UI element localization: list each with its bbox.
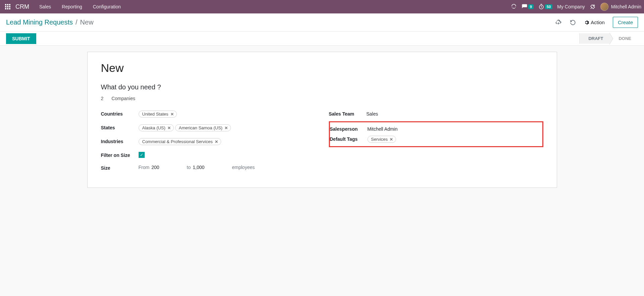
status-step-done[interactable]: DONE: [610, 33, 638, 44]
filter-size-checkbox[interactable]: ✓: [139, 152, 145, 158]
form-sheet: New What do you need ? 2 Companies Count…: [87, 52, 557, 188]
field-sales-team: Sales Team Sales: [329, 107, 543, 120]
size-to-value[interactable]: 1,000: [193, 165, 204, 170]
gear-icon: [584, 20, 589, 25]
tag-industry-0: Commercial & Professional Services ✕: [139, 138, 221, 145]
salesperson-value[interactable]: Mitchell Admin: [367, 126, 539, 132]
status-step-draft[interactable]: DRAFT: [579, 33, 610, 44]
sales-team-label: Sales Team: [329, 111, 366, 117]
discuss-icon[interactable]: 9: [522, 4, 534, 10]
company-switcher[interactable]: My Company: [557, 4, 585, 9]
size-label: Size: [101, 165, 139, 171]
cloud-save-icon[interactable]: [555, 19, 562, 26]
count-value: 2: [101, 96, 104, 101]
field-salesperson: Salesperson Mitchell Admin: [330, 124, 539, 134]
remove-tag-icon[interactable]: ✕: [170, 112, 174, 117]
form-left-column: Countries United States ✕ States Alaska …: [101, 107, 315, 174]
nav-reporting[interactable]: Reporting: [57, 4, 87, 9]
discuss-badge: 9: [528, 4, 534, 9]
sales-team-value[interactable]: Sales: [366, 111, 543, 117]
highlight-annotation: Salesperson Mitchell Admin Default Tags …: [329, 121, 543, 147]
debug-tools-icon[interactable]: [590, 4, 596, 10]
tag-state-0: Alaska (US) ✕: [139, 124, 174, 131]
tag-state-1: American Samoa (US) ✕: [175, 124, 231, 131]
states-value[interactable]: Alaska (US) ✕ American Samoa (US) ✕: [139, 124, 315, 131]
tag-default-0: Services ✕: [367, 136, 396, 143]
countries-label: Countries: [101, 111, 139, 117]
field-states: States Alaska (US) ✕ American Samoa (US)…: [101, 121, 315, 135]
user-menu[interactable]: Mitchell Admin: [600, 3, 641, 11]
industries-label: Industries: [101, 138, 139, 144]
count-label: Companies: [111, 96, 135, 101]
field-size: Size From 200 to 1,000 employees: [101, 161, 315, 174]
action-label: Action: [591, 19, 605, 25]
section-title: What do you need ?: [101, 83, 543, 91]
remove-tag-icon[interactable]: ✕: [390, 137, 393, 142]
size-from-value[interactable]: 200: [151, 165, 159, 170]
timer-badge: 50: [545, 4, 552, 9]
status-row: SUBMIT DRAFT DONE: [0, 32, 644, 46]
breadcrumb-root[interactable]: Lead Mining Requests: [6, 18, 73, 26]
phone-icon[interactable]: [511, 4, 517, 10]
nav-configuration[interactable]: Configuration: [88, 4, 126, 9]
filter-size-label: Filter on Size: [101, 152, 139, 158]
user-name: Mitchell Admin: [611, 4, 641, 9]
states-label: States: [101, 124, 139, 130]
remove-tag-icon[interactable]: ✕: [215, 139, 218, 144]
form-right-column: Sales Team Sales Salesperson Mitchell Ad…: [329, 107, 543, 174]
action-dropdown[interactable]: Action: [584, 19, 605, 25]
nav-sales[interactable]: Sales: [35, 4, 56, 9]
top-navbar: CRM Sales Reporting Configuration 9 50 M…: [0, 0, 644, 13]
size-unit: employees: [232, 165, 255, 170]
size-to-pre: to: [187, 165, 191, 170]
field-default-tags: Default Tags Services ✕: [330, 134, 539, 145]
user-avatar: [600, 3, 608, 11]
default-tags-value[interactable]: Services ✕: [367, 136, 539, 143]
breadcrumb-sep: /: [76, 18, 78, 26]
remove-tag-icon[interactable]: ✕: [167, 126, 171, 130]
field-industries: Industries Commercial & Professional Ser…: [101, 135, 315, 149]
submit-button[interactable]: SUBMIT: [6, 33, 36, 44]
breadcrumb-current: New: [80, 18, 94, 26]
count-line: 2 Companies: [101, 96, 543, 101]
default-tags-label: Default Tags: [330, 136, 367, 142]
record-title: New: [101, 61, 543, 75]
field-filter-size: Filter on Size ✓: [101, 149, 315, 161]
timer-icon[interactable]: 50: [538, 4, 552, 10]
remove-tag-icon[interactable]: ✕: [225, 126, 228, 130]
size-from-pre: From: [139, 165, 150, 170]
field-countries: Countries United States ✕: [101, 107, 315, 121]
countries-value[interactable]: United States ✕: [139, 111, 315, 118]
control-bar: Lead Mining Requests / New Action Create: [0, 13, 644, 32]
salesperson-label: Salesperson: [330, 126, 367, 132]
breadcrumb: Lead Mining Requests / New: [6, 18, 94, 26]
industries-value[interactable]: Commercial & Professional Services ✕: [139, 138, 315, 145]
create-button[interactable]: Create: [613, 17, 638, 28]
app-brand[interactable]: CRM: [15, 3, 29, 10]
status-steps: DRAFT DONE: [579, 33, 638, 44]
apps-menu-icon[interactable]: [3, 2, 13, 12]
tag-country-0: United States ✕: [139, 111, 177, 118]
discard-icon[interactable]: [570, 19, 576, 26]
